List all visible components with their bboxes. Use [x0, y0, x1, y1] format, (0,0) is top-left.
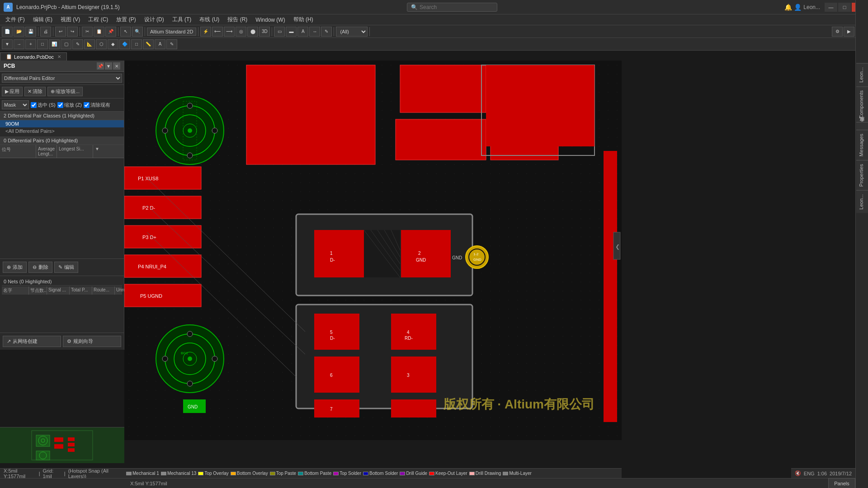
rtab-leon2[interactable]: Leon...	[856, 190, 868, 213]
tb2-hex[interactable]: ⬡	[96, 39, 107, 49]
tb-cut[interactable]: ✂	[82, 27, 93, 37]
tb-fill[interactable]: ▬	[286, 27, 297, 37]
tb-route1[interactable]: ⟵	[212, 27, 223, 37]
layer-bot-overlay[interactable]: Bottom Overlay	[231, 471, 268, 476]
tb-copy[interactable]: 📋	[94, 27, 104, 37]
menu-project[interactable]: 工程 (C)	[85, 15, 112, 24]
tb-run[interactable]: ▶	[844, 27, 854, 37]
user-label[interactable]: Leon...	[803, 4, 820, 10]
layer-drill-guide[interactable]: Drill Guide	[400, 471, 427, 476]
panel-menu-btn[interactable]: ▼	[105, 62, 112, 70]
menu-file[interactable]: 文件 (F)	[2, 15, 28, 24]
tb-zoom[interactable]: 🔍	[132, 27, 143, 37]
tb2-diamond[interactable]: ◆	[108, 39, 118, 49]
zoom-checkbox[interactable]	[57, 102, 63, 108]
search-area[interactable]: 🔍	[407, 3, 497, 12]
bell-icon[interactable]: 🔔	[784, 4, 792, 11]
rtab-leon[interactable]: Leon...	[856, 63, 868, 86]
tb-filter[interactable]: ⚙	[832, 27, 843, 37]
lang-label[interactable]: ENG	[804, 471, 815, 476]
tb2-add[interactable]: +	[25, 39, 36, 49]
panel-close-btn[interactable]: ✕	[113, 62, 120, 70]
rtab-messages[interactable]: Messages	[856, 130, 868, 160]
audio-icon[interactable]: 🔇	[795, 470, 801, 476]
tb-layer-select[interactable]: (All)	[336, 27, 368, 37]
delete-pair-btn[interactable]: ⊖ 删除	[28, 262, 52, 273]
tb2-box2[interactable]: □	[131, 39, 142, 49]
layer-mech13[interactable]: Mechanical 13	[161, 471, 196, 476]
layer-mech1[interactable]: Mechanical 1	[126, 471, 159, 476]
tb-text[interactable]: A	[297, 27, 308, 37]
layer-bot-paste[interactable]: Bottom Paste	[298, 471, 331, 476]
mask-select[interactable]: Mask	[2, 100, 29, 109]
class-item-900m[interactable]: 90OM	[0, 120, 124, 127]
menu-place[interactable]: 放置 (P)	[113, 15, 139, 24]
tb2-pen2[interactable]: ✎	[166, 39, 177, 49]
tb2-filter[interactable]: ▼	[2, 39, 13, 49]
from-net-btn[interactable]: ↗ 从网络创建	[3, 336, 61, 347]
select-checkbox[interactable]	[31, 102, 37, 108]
tb2-chart[interactable]: 📊	[49, 39, 60, 49]
tb2-pencil[interactable]: ✎	[72, 39, 83, 49]
layer-top-overlay[interactable]: Top Overlay	[198, 471, 228, 476]
menu-help[interactable]: 帮助 (H)	[290, 15, 317, 24]
menu-route[interactable]: 布线 (U)	[196, 15, 223, 24]
tb-rect[interactable]: ▭	[274, 27, 285, 37]
zoom-level-btn[interactable]: ⊕ 缩放等级...	[47, 87, 83, 96]
maximize-button[interactable]: □	[838, 3, 851, 12]
tb-pad[interactable]: ⬤	[247, 27, 258, 37]
menu-view[interactable]: 视图 (V)	[57, 15, 84, 24]
layer-top-solder[interactable]: Top Solder	[333, 471, 361, 476]
tb-route2[interactable]: ⟶	[224, 27, 235, 37]
tb-dim[interactable]: ↔	[309, 27, 320, 37]
panel-pin-btn[interactable]: 📌	[97, 62, 104, 70]
rule-guide-btn[interactable]: ⚙ 规则向导	[63, 336, 121, 347]
menu-design[interactable]: 设计 (D)	[141, 15, 168, 24]
tb-open[interactable]: 📂	[14, 27, 24, 37]
tb-paste[interactable]: 📌	[105, 27, 116, 37]
edit-pair-btn[interactable]: ✎ 编辑	[54, 262, 78, 273]
tb2-rect2[interactable]: □	[37, 39, 48, 49]
panels-btn[interactable]: Panels	[828, 478, 855, 488]
tb-print[interactable]: 🖨	[40, 27, 51, 37]
apply-filter-btn[interactable]: ▶ 应用	[2, 87, 23, 96]
rtab-dianlu[interactable]: 此电	[856, 122, 868, 130]
tb2-ruler[interactable]: 📏	[143, 39, 154, 49]
tb2-trace[interactable]: 🔷	[119, 39, 130, 49]
layer-keepout[interactable]: Keep-Out Layer	[429, 471, 467, 476]
tb-3d[interactable]: 3D	[259, 27, 270, 37]
tab-close-icon[interactable]: ✕	[57, 54, 61, 59]
clear-filter-btn[interactable]: ✕ 清除	[24, 87, 46, 96]
tb-via[interactable]: ◎	[236, 27, 246, 37]
tb-select[interactable]: ↖	[120, 27, 131, 37]
menu-tools[interactable]: 工具 (T)	[169, 15, 195, 24]
menu-edit[interactable]: 编辑 (E)	[29, 15, 56, 24]
doc-tab-pcb[interactable]: 📋 Leonardo.PcbDoc ✕	[0, 52, 67, 61]
tb-save[interactable]: 💾	[25, 27, 36, 37]
class-item-all[interactable]: <All Differential Pairs>	[0, 127, 124, 135]
pcb-canvas[interactable]: P1 XUS8 P2 D- P3 D+ P4 NRUI_P4 P5 UGND B…	[124, 61, 622, 440]
layer-bot-solder[interactable]: Bottom Solder	[363, 471, 398, 476]
user-icon[interactable]: 👤	[794, 4, 802, 11]
layer-multi[interactable]: Multi-Layer	[503, 471, 531, 476]
search-input[interactable]	[420, 4, 487, 10]
tb2-text2[interactable]: A	[155, 39, 165, 49]
tb-redo[interactable]: ↪	[67, 27, 78, 37]
layer-top-paste[interactable]: Top Paste	[270, 471, 296, 476]
tb-new[interactable]: 📄	[2, 27, 13, 37]
add-pair-btn[interactable]: ⊕ 添加	[3, 262, 27, 273]
rtab-components[interactable]: Components	[856, 86, 868, 122]
menu-report[interactable]: 报告 (R)	[224, 15, 251, 24]
tb-pen[interactable]: ✎	[321, 27, 332, 37]
rtab-properties[interactable]: Properties	[856, 160, 868, 190]
minimize-button[interactable]: —	[825, 3, 837, 12]
tb-component[interactable]: ⚡	[200, 27, 211, 37]
menu-window[interactable]: Window (W)	[252, 16, 288, 24]
tb-undo[interactable]: ↩	[55, 27, 66, 37]
tb2-measure[interactable]: 📐	[84, 39, 95, 49]
tb2-square[interactable]: ▢	[61, 39, 71, 49]
clear-existing-checkbox[interactable]	[84, 102, 90, 108]
layer-drill-draw[interactable]: Drill Drawing	[469, 471, 501, 476]
tb2-route-interactive[interactable]: →	[14, 39, 24, 49]
panel-type-select[interactable]: Differential Pairs Editor	[2, 74, 122, 83]
